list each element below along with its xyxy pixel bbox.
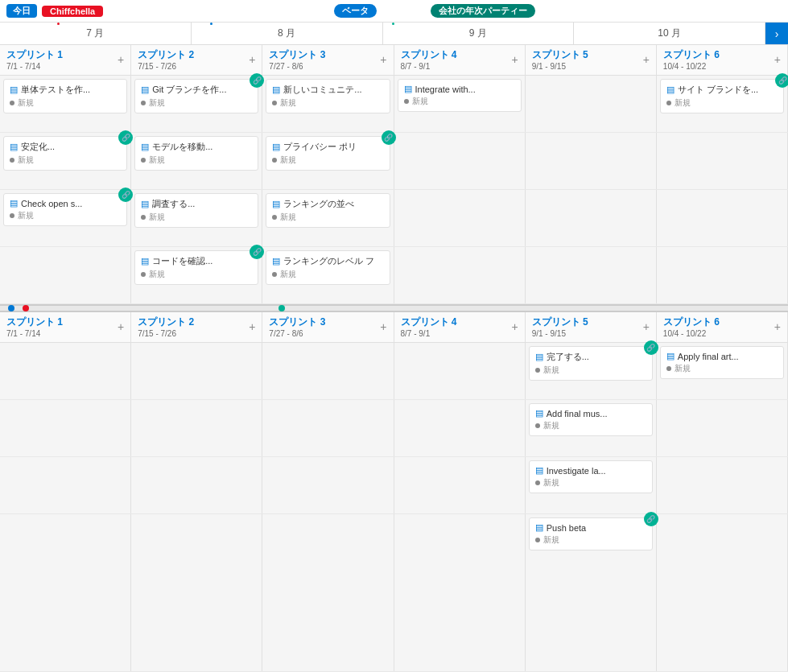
task-status: 新規	[149, 269, 165, 280]
task-col-5-2	[657, 190, 788, 246]
task-status: 新規	[412, 96, 428, 107]
task-status: 新規	[18, 210, 34, 221]
task-card[interactable]: ▤ Git ブランチを作... 新規 🔗	[134, 79, 258, 113]
sprint-4-add-2[interactable]: +	[512, 320, 518, 333]
sprint-2-add[interactable]: +	[249, 53, 255, 66]
sprint-4-title[interactable]: スプリント 4	[401, 49, 457, 60]
task-card[interactable]: ▤ Apply final art... 新規	[660, 346, 784, 379]
task-col-4-3	[526, 247, 657, 303]
task-col-2-3: ▤ ランキングのレベル フ 新規	[262, 247, 394, 303]
task-card[interactable]: ▤ Add final mus... 新規	[529, 403, 653, 436]
sprint-2-col-2: スプリント 2 7/15 - 7/26 +	[131, 312, 262, 342]
sprint-3-add-2[interactable]: +	[380, 320, 386, 333]
sprint-5-add-2[interactable]: +	[643, 320, 650, 333]
s2-col-2-0	[262, 343, 394, 399]
sprint-2-title[interactable]: スプリント 2	[138, 49, 194, 60]
task-card[interactable]: ▤ Integrate with... 新規	[398, 79, 522, 112]
task-status: 新規	[18, 155, 34, 166]
task-status: 新規	[543, 420, 559, 431]
today-badge[interactable]: 今日	[6, 4, 37, 18]
task-col-5-3	[657, 247, 788, 303]
sprint-5-add[interactable]: +	[643, 53, 650, 66]
sprint-1-add[interactable]: +	[118, 53, 124, 66]
sprint-2-add-2[interactable]: +	[249, 320, 255, 333]
s2-col-3-3	[394, 514, 526, 671]
task-title: Integrate with...	[415, 85, 476, 94]
task-icon: ▤	[10, 198, 18, 208]
sprint-6-col-2: スプリント 6 10/4 - 10/22 +	[657, 312, 788, 342]
sprint-4-col-2: スプリント 4 8/7 - 9/1 +	[394, 312, 526, 342]
sprint-6-add-2[interactable]: +	[774, 320, 781, 333]
sprint-6-add[interactable]: +	[774, 53, 781, 66]
task-title: Apply final art...	[678, 352, 739, 361]
sprint-4-add[interactable]: +	[512, 53, 518, 66]
month-oct: 10 月	[574, 23, 765, 44]
task-card[interactable]: ▤ Check open s... 新規 🔗	[3, 193, 127, 226]
link-badge: 🔗	[382, 130, 396, 145]
task-card[interactable]: ▤ 安定化... 新規 🔗	[3, 136, 127, 171]
task-icon: ▤	[272, 142, 280, 152]
sprint-6-title[interactable]: スプリント 6	[663, 49, 720, 60]
task-card[interactable]: ▤ Push beta 新規 🔗	[529, 517, 653, 550]
task-icon: ▤	[141, 85, 149, 95]
sprint-3-title[interactable]: スプリント 3	[269, 49, 325, 60]
task-status: 新規	[149, 212, 165, 223]
task-icon: ▤	[141, 199, 149, 209]
sprint-1-title-2[interactable]: スプリント 1	[6, 316, 63, 328]
task-card[interactable]: ▤ 完了する... 新規 🔗	[529, 346, 653, 381]
task-card[interactable]: ▤ 新しいコミュニテ... 新規	[266, 79, 390, 113]
s2-col-5-2	[657, 457, 788, 513]
task-icon: ▤	[535, 408, 543, 418]
task-card[interactable]: ▤ 調査する... 新規	[134, 193, 258, 228]
sprint-1-col-2: スプリント 1 7/1 - 7/14 +	[0, 312, 131, 342]
sprint-5-title-2[interactable]: スプリント 5	[532, 316, 588, 328]
s2-col-5-3	[657, 514, 788, 671]
sprint-3-col-2: スプリント 3 7/27 - 8/6 +	[262, 312, 394, 342]
task-card[interactable]: ▤ プライバシー ポリ 新規 🔗	[266, 136, 390, 171]
task-col-0-0: ▤ 単体テストを作... 新規	[0, 76, 131, 132]
task-col-2-1: ▤ プライバシー ポリ 新規 🔗	[262, 133, 394, 189]
month-aug: 8 月	[192, 23, 383, 44]
task-col-3-1	[394, 133, 526, 189]
s2-col-2-1	[262, 400, 394, 456]
task-row-1-3: ▤ Check open s... 新規 🔗 ▤ 調査する... 新規	[0, 190, 788, 247]
task-card[interactable]: ▤ ランキングの並べ 新規	[266, 193, 390, 228]
task-card[interactable]: ▤ Investigate la... 新規	[529, 460, 653, 493]
task-col-2-0: ▤ 新しいコミュニテ... 新規	[262, 76, 394, 132]
sprint-6-title-2[interactable]: スプリント 6	[663, 316, 720, 328]
sprint-4-title-2[interactable]: スプリント 4	[401, 316, 457, 328]
next-btn[interactable]: ›	[765, 23, 788, 44]
task-status: 新規	[280, 269, 296, 280]
task-status: 新規	[543, 365, 559, 376]
sprint-3-title-2[interactable]: スプリント 3	[269, 316, 325, 328]
link-badge: 🔗	[775, 73, 788, 88]
task-icon: ▤	[272, 199, 280, 209]
sprint-2-title-2[interactable]: スプリント 2	[138, 316, 194, 328]
sprint-headers-1: スプリント 1 7/1 - 7/14 + スプリント 2 7/15 - 7/26…	[0, 45, 788, 76]
task-status: 新規	[18, 97, 34, 109]
task-card[interactable]: ▤ コードを確認... 新規 🔗	[134, 250, 258, 285]
task-card[interactable]: ▤ モデルを移動... 新規	[134, 136, 258, 171]
task-status: 新規	[675, 363, 691, 374]
task-card[interactable]: ▤ サイト ブランドを... 新規 🔗	[660, 79, 784, 113]
chiffchella-badge[interactable]: Chiffchella	[42, 6, 103, 17]
sprint-1-add-2[interactable]: +	[118, 320, 124, 333]
party-badge[interactable]: 会社の年次パーティー	[431, 4, 535, 18]
task-card[interactable]: ▤ ランキングのレベル フ 新規	[266, 250, 390, 285]
task-title: Check open s...	[21, 199, 82, 208]
task-row-2-1: ▤ 完了する... 新規 🔗 ▤ Apply final art... 新規	[0, 343, 788, 400]
task-card[interactable]: ▤ 単体テストを作... 新規	[3, 79, 127, 113]
s2-col-4-3: ▤ Push beta 新規 🔗	[526, 514, 657, 671]
sprint-5-title[interactable]: スプリント 5	[532, 49, 588, 60]
s2-col-3-2	[394, 457, 526, 513]
sprint-3-dates: 7/27 - 8/6	[269, 62, 325, 71]
s2-col-4-2: ▤ Investigate la... 新規	[526, 457, 657, 513]
sprint-3-add[interactable]: +	[380, 53, 386, 66]
sprint-headers-2: スプリント 1 7/1 - 7/14 + スプリント 2 7/15 - 7/26…	[0, 312, 788, 343]
sprint-1-title[interactable]: スプリント 1	[6, 49, 63, 60]
sprint-4-col-1: スプリント 4 8/7 - 9/1 +	[394, 45, 526, 75]
task-col-5-1	[657, 133, 788, 189]
task-icon: ▤	[272, 256, 280, 266]
beta-badge[interactable]: ベータ	[334, 4, 377, 18]
task-icon: ▤	[535, 522, 543, 533]
